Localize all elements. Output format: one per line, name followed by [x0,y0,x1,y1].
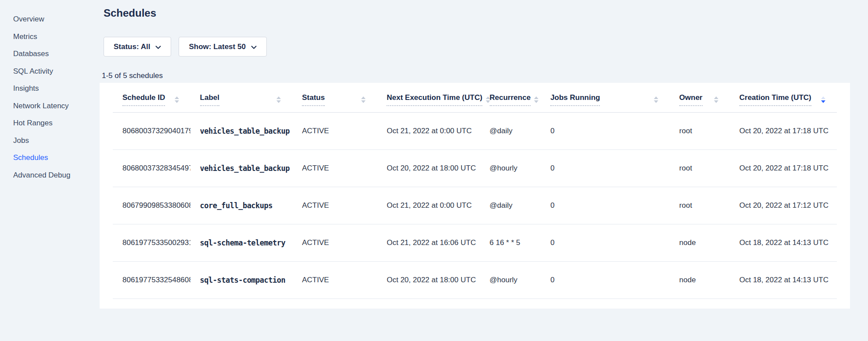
cell-jobs-running: 0 [541,224,670,262]
cell-label: sql-stats-compaction [190,262,293,299]
cell-label: vehicles_table_backup [190,113,293,150]
cell-schedule-id: 806800373290401793 [113,113,190,150]
column-header-label: Owner [679,93,703,106]
cell-recurrence: @daily [480,187,541,224]
cell-jobs-running: 0 [541,187,670,224]
cell-schedule-id: 806197753350029313 [113,224,190,262]
cell-owner: node [670,224,730,262]
column-header-creation-time-utc[interactable]: Creation Time (UTC) [730,83,837,113]
sort-arrows-icon [534,96,538,103]
cell-status: ACTIVE [292,187,377,224]
sidebar-item-insights[interactable]: Insights [0,80,100,97]
column-header-label: Schedule ID [122,93,165,106]
filter-bar: Status: All Show: Latest 50 [104,37,850,57]
cell-recurrence: @hourly [480,262,541,299]
column-header-label: Creation Time (UTC) [739,93,811,106]
cell-creation-time: Oct 20, 2022 at 17:12 UTC [730,187,837,224]
cell-status: ACTIVE [292,262,377,299]
cell-owner: root [670,187,730,224]
cell-recurrence: 6 16 * * 5 [480,224,541,262]
page-title: Schedules [104,6,850,20]
table-row: 806799098533806081 core_full_backups ACT… [113,187,837,224]
sort-arrows-icon [276,96,281,103]
status-filter-label: Status: All [114,43,150,51]
table-row: 806800373290401793 vehicles_table_backup… [113,113,837,150]
results-count: 1-5 of 5 schedules [102,71,850,81]
column-header-jobs-running[interactable]: Jobs Running [541,83,670,113]
cell-next-execution-time: Oct 21, 2022 at 16:06 UTC [377,224,480,262]
chevron-down-icon [155,43,161,52]
sidebar-item-schedules[interactable]: Schedules [0,149,100,167]
table-header: Schedule ID Label Status Next Execution … [113,83,837,113]
column-header-label: Label [200,93,219,106]
cell-jobs-running: 0 [541,150,670,187]
cell-label: vehicles_table_backup [190,150,293,187]
table-row: 806197753325486081 sql-stats-compaction … [113,262,837,299]
cell-recurrence: @hourly [480,150,541,187]
column-header-label: Next Execution Time (UTC) [387,93,482,106]
sort-arrows-icon [821,96,825,103]
cell-creation-time: Oct 20, 2022 at 17:18 UTC [730,150,837,187]
status-filter-dropdown[interactable]: Status: All [104,37,171,57]
column-header-label: Jobs Running [550,93,600,106]
column-header-next-execution-time-utc[interactable]: Next Execution Time (UTC) [377,83,480,113]
chevron-down-icon [251,43,257,52]
cell-schedule-id: 806799098533806081 [113,187,190,224]
cell-next-execution-time: Oct 20, 2022 at 18:00 UTC [377,262,480,299]
sidebar-item-advanced-debug[interactable]: Advanced Debug [0,167,100,184]
cell-status: ACTIVE [292,150,377,187]
cell-owner: root [670,113,730,150]
sidebar-item-network-latency[interactable]: Network Latency [0,97,100,115]
sort-arrows-icon [175,96,179,103]
column-header-label: Recurrence [490,93,531,106]
cell-creation-time: Oct 18, 2022 at 14:13 UTC [730,224,837,262]
cell-next-execution-time: Oct 21, 2022 at 0:00 UTC [377,187,480,224]
cell-next-execution-time: Oct 21, 2022 at 0:00 UTC [377,113,480,150]
column-header-status[interactable]: Status [292,83,377,113]
cell-label: core_full_backups [190,187,293,224]
column-header-label[interactable]: Label [190,83,293,113]
column-header-owner[interactable]: Owner [670,83,730,113]
cell-recurrence: @daily [480,113,541,150]
cell-status: ACTIVE [292,113,377,150]
table-row: 806800373283454977 vehicles_table_backup… [113,150,837,187]
cell-label: sql-schema-telemetry [190,224,293,262]
sidebar: OverviewMetricsDatabasesSQL ActivityInsi… [0,0,100,341]
sidebar-item-metrics[interactable]: Metrics [0,28,100,46]
sidebar-item-databases[interactable]: Databases [0,45,100,63]
cell-owner: node [670,262,730,299]
sort-arrows-icon [714,96,718,103]
cell-owner: root [670,150,730,187]
show-filter-label: Show: Latest 50 [189,43,245,51]
cell-status: ACTIVE [292,224,377,262]
show-filter-dropdown[interactable]: Show: Latest 50 [179,37,266,57]
cell-jobs-running: 0 [541,262,670,299]
cell-schedule-id: 806800373283454977 [113,150,190,187]
sort-arrows-icon [361,96,366,103]
schedules-table: Schedule ID Label Status Next Execution … [113,83,837,299]
sidebar-item-jobs[interactable]: Jobs [0,132,100,149]
table-row: 806197753350029313 sql-schema-telemetry … [113,224,837,262]
cell-creation-time: Oct 20, 2022 at 17:18 UTC [730,113,837,150]
cell-schedule-id: 806197753325486081 [113,262,190,299]
cell-creation-time: Oct 18, 2022 at 14:13 UTC [730,262,837,299]
column-header-schedule-id[interactable]: Schedule ID [113,83,190,113]
sidebar-item-hot-ranges[interactable]: Hot Ranges [0,114,100,132]
cell-next-execution-time: Oct 20, 2022 at 18:00 UTC [377,150,480,187]
sidebar-item-overview[interactable]: Overview [0,11,100,28]
main-content: Schedules Status: All Show: Latest 50 1-… [100,0,868,341]
sidebar-item-sql-activity[interactable]: SQL Activity [0,63,100,80]
column-header-label: Status [302,93,325,106]
schedules-table-card: Schedule ID Label Status Next Execution … [100,83,850,309]
cell-jobs-running: 0 [541,113,670,150]
sort-arrows-icon [654,96,658,103]
